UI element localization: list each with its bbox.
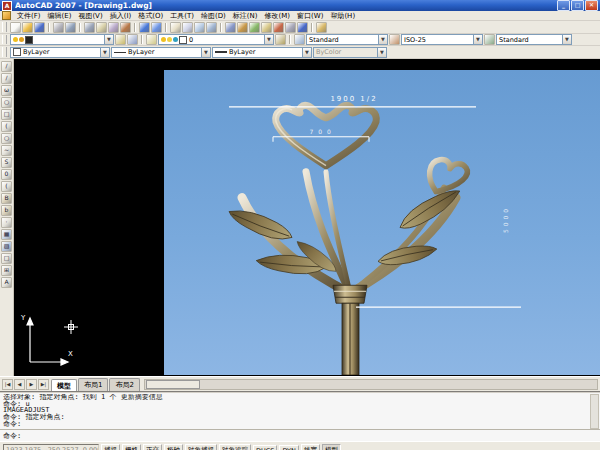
region-icon[interactable]: □ <box>1 253 12 264</box>
polar-toggle[interactable]: 极轴 <box>164 444 183 450</box>
lineweight-toggle[interactable]: 线宽 <box>301 444 320 450</box>
model-space-canvas[interactable]: 1900 1/2 7 0 0 5000 X Y <box>14 59 600 376</box>
arc-icon[interactable]: ( <box>1 121 12 132</box>
open-icon[interactable] <box>22 22 33 33</box>
dim-style-icon[interactable] <box>389 34 400 45</box>
undo-icon[interactable] <box>139 22 150 33</box>
tab-layout2[interactable]: 布局2 <box>109 378 139 391</box>
toolbar-grip[interactable] <box>2 47 7 57</box>
zoom-previous-icon[interactable] <box>206 22 217 33</box>
properties-icon[interactable] <box>225 22 236 33</box>
ortho-toggle[interactable]: 正交 <box>143 444 162 450</box>
document-icon[interactable] <box>2 11 11 20</box>
make-block-icon[interactable]: b <box>1 205 12 216</box>
sheet-set-manager-icon[interactable] <box>261 22 272 33</box>
maximize-button[interactable]: □ <box>571 0 584 11</box>
table-style-icon[interactable] <box>484 34 495 45</box>
title-bar[interactable]: A AutoCAD 2007 - [Drawing1.dwg] _ □ ✕ <box>0 0 600 11</box>
menu-format[interactable]: 格式(O) <box>135 11 166 21</box>
zoom-realtime-icon[interactable] <box>182 22 193 33</box>
menu-draw[interactable]: 绘图(D) <box>198 11 229 21</box>
chevron-down-icon[interactable]: ▼ <box>100 48 109 57</box>
coordinate-display[interactable]: 1923.1975, -250.2527, 0.0000 <box>3 444 99 450</box>
snap-toggle[interactable]: 捕捉 <box>101 444 120 450</box>
horizontal-scrollbar[interactable] <box>144 379 598 390</box>
menu-insert[interactable]: 插入(I) <box>107 11 135 21</box>
model-paper-toggle[interactable]: 模型 <box>322 444 341 450</box>
qnew-icon[interactable] <box>10 22 21 33</box>
layer-states-icon[interactable] <box>146 34 157 45</box>
zoom-window-icon[interactable] <box>194 22 205 33</box>
quickcalc-icon[interactable] <box>285 22 296 33</box>
ducs-toggle[interactable]: DUCS <box>253 445 277 450</box>
line-icon[interactable]: / <box>1 61 12 72</box>
linetype-control-combo[interactable]: ByLayer ▼ <box>111 47 211 58</box>
chevron-down-icon[interactable]: ▼ <box>473 35 482 44</box>
point-icon[interactable]: · <box>1 217 12 228</box>
insert-block-icon[interactable]: B <box>1 193 12 204</box>
cut-icon[interactable] <box>84 22 95 33</box>
text-style-icon[interactable] <box>294 34 305 45</box>
tab-nav-last[interactable]: ▶| <box>38 379 49 390</box>
paste-icon[interactable] <box>108 22 119 33</box>
sketch-icon[interactable] <box>316 22 327 33</box>
redo-icon[interactable] <box>151 22 162 33</box>
tab-nav-first[interactable]: |◀ <box>2 379 13 390</box>
workspace-combo[interactable]: ▼ <box>10 34 114 45</box>
layer-combo[interactable]: 0 ▼ <box>158 34 274 45</box>
color-control-combo[interactable]: ByLayer ▼ <box>10 47 110 58</box>
menu-tools[interactable]: 工具(T) <box>167 11 197 21</box>
dyn-toggle[interactable]: DYN <box>279 445 298 450</box>
toolbar-grip[interactable] <box>2 22 7 32</box>
gradient-icon[interactable]: ▨ <box>1 241 12 252</box>
match-properties-icon[interactable] <box>120 22 131 33</box>
multiline-text-icon[interactable]: A <box>1 277 12 288</box>
text-style-combo[interactable]: Standard ▼ <box>306 34 388 45</box>
menu-file[interactable]: 文件(F) <box>14 11 44 21</box>
plot-icon[interactable] <box>53 22 64 33</box>
tab-nav-next[interactable]: ▶ <box>26 379 37 390</box>
chevron-down-icon[interactable]: ▼ <box>201 48 210 57</box>
tool-palettes-icon[interactable] <box>249 22 260 33</box>
scrollbar-thumb[interactable] <box>146 380 200 389</box>
layer-previous-icon[interactable] <box>275 34 286 45</box>
command-window[interactable]: 选择对象: 指定对角点: 找到 1 个 更新摘要信息 命令: u IMAGEAD… <box>0 391 600 441</box>
toolbar-grip[interactable] <box>2 35 7 44</box>
chevron-down-icon[interactable]: ▼ <box>378 35 387 44</box>
table-icon[interactable]: ⊞ <box>1 265 12 276</box>
save-icon[interactable] <box>34 22 45 33</box>
pan-icon[interactable] <box>170 22 181 33</box>
table-style-combo[interactable]: Standard ▼ <box>496 34 572 45</box>
command-prompt[interactable]: 命令: <box>3 431 21 441</box>
menu-help[interactable]: 帮助(H) <box>327 11 358 21</box>
construction-line-icon[interactable]: / <box>1 73 12 84</box>
polyline-icon[interactable]: ω <box>1 85 12 96</box>
spline-icon[interactable]: S <box>1 157 12 168</box>
lineweight-control-combo[interactable]: ByLayer ▼ <box>212 47 312 58</box>
osnap-toggle[interactable]: 对象捕捉 <box>185 444 217 450</box>
dim-style-combo[interactable]: ISO-25 ▼ <box>401 34 483 45</box>
tab-layout1[interactable]: 布局1 <box>78 378 108 391</box>
designcenter-icon[interactable] <box>237 22 248 33</box>
raster-image-sculpture[interactable]: 1900 1/2 7 0 0 5000 <box>164 70 600 375</box>
markup-set-manager-icon[interactable] <box>273 22 284 33</box>
circle-icon[interactable]: ○ <box>1 133 12 144</box>
ellipse-icon[interactable]: 0 <box>1 169 12 180</box>
grid-toggle[interactable]: 栅格 <box>122 444 141 450</box>
tab-nav-prev[interactable]: ◀ <box>14 379 25 390</box>
help-icon[interactable] <box>297 22 308 33</box>
menu-dimension[interactable]: 标注(N) <box>230 11 261 21</box>
chevron-down-icon[interactable]: ▼ <box>562 35 571 44</box>
menu-modify[interactable]: 修改(M) <box>261 11 293 21</box>
chevron-down-icon[interactable]: ▼ <box>104 35 113 44</box>
plot-preview-icon[interactable] <box>65 22 76 33</box>
make-layer-current-icon[interactable] <box>127 34 138 45</box>
menu-window[interactable]: 窗口(W) <box>294 11 326 21</box>
polygon-icon[interactable]: ○ <box>1 97 12 108</box>
close-button[interactable]: ✕ <box>585 0 598 11</box>
revision-cloud-icon[interactable]: ~ <box>1 145 12 156</box>
menu-view[interactable]: 视图(V) <box>75 11 105 21</box>
hatch-icon[interactable]: ▦ <box>1 229 12 240</box>
rectangle-icon[interactable]: □ <box>1 109 12 120</box>
chevron-down-icon[interactable]: ▼ <box>264 35 273 44</box>
